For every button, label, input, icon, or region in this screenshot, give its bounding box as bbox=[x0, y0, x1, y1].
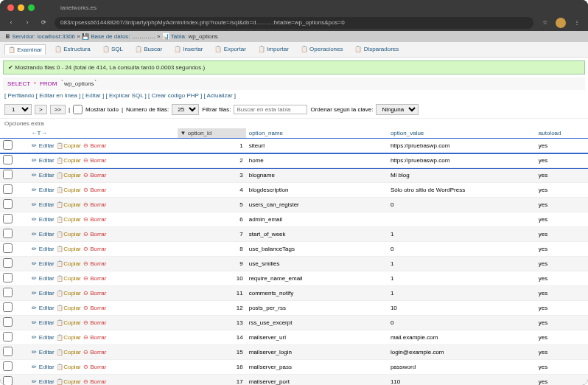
delete-link[interactable]: ⊖ Borrar bbox=[83, 201, 106, 208]
cell-id[interactable]: 11 bbox=[178, 286, 246, 301]
cell-id[interactable]: 13 bbox=[178, 316, 246, 330]
cell-autoload[interactable]: yes bbox=[536, 168, 588, 183]
delete-link[interactable]: ⊖ Borrar bbox=[83, 290, 106, 296]
tab-buscar[interactable]: 📋 Buscar bbox=[132, 44, 165, 55]
row-check[interactable] bbox=[3, 288, 13, 297]
copy-link[interactable]: 📋 Copiar bbox=[56, 364, 81, 370]
cell-id[interactable]: 12 bbox=[178, 301, 246, 316]
cell-value[interactable]: Sólo otro sitio de WordPress bbox=[388, 183, 536, 198]
edit-link[interactable]: ✏ Editar bbox=[32, 378, 55, 385]
cell-id[interactable]: 2 bbox=[178, 153, 246, 168]
cell-id[interactable]: 8 bbox=[178, 242, 246, 257]
forward-icon[interactable]: › bbox=[22, 18, 32, 28]
url-bar[interactable]: 083/cpsess6614488267/3rdparty/phpMyAdmin… bbox=[55, 17, 533, 29]
cell-autoload[interactable]: yes bbox=[536, 375, 588, 386]
edit-link[interactable]: ✏ Editar bbox=[32, 319, 55, 326]
delete-link[interactable]: ⊖ Borrar bbox=[83, 378, 106, 385]
row-check[interactable] bbox=[3, 184, 13, 194]
cell-autoload[interactable]: yes bbox=[536, 212, 588, 227]
edit-link[interactable]: ✏ Editar bbox=[32, 246, 55, 252]
cell-value[interactable]: 0 bbox=[388, 316, 536, 330]
copy-link[interactable]: 📋 Copiar bbox=[56, 231, 81, 237]
delete-link[interactable]: ⊖ Borrar bbox=[83, 260, 106, 267]
copy-link[interactable]: 📋 Copiar bbox=[56, 201, 81, 208]
last-page[interactable]: >> bbox=[50, 105, 66, 114]
cell-value[interactable]: 10 bbox=[388, 301, 536, 316]
row-check[interactable] bbox=[3, 347, 13, 356]
delete-link[interactable]: ⊖ Borrar bbox=[83, 305, 106, 311]
cell-autoload[interactable]: yes bbox=[536, 316, 588, 330]
delete-link[interactable]: ⊖ Borrar bbox=[83, 172, 106, 178]
cell-id[interactable]: 6 bbox=[178, 212, 246, 227]
next-page[interactable]: > bbox=[35, 105, 47, 114]
cell-autoload[interactable]: yes bbox=[536, 139, 588, 153]
cell-value[interactable]: password bbox=[388, 360, 536, 375]
cell-name[interactable]: use_balanceTags bbox=[246, 242, 388, 257]
edit-link[interactable]: ✏ Editar bbox=[32, 216, 55, 223]
edit-link[interactable]: ✏ Editar bbox=[32, 364, 55, 370]
cell-autoload[interactable]: yes bbox=[536, 330, 588, 345]
cell-name[interactable]: admin_email bbox=[246, 212, 388, 227]
cell-name[interactable]: mailserver_port bbox=[246, 375, 388, 386]
edit-link[interactable]: ✏ Editar bbox=[32, 231, 55, 237]
row-check[interactable] bbox=[3, 332, 13, 341]
edit-link[interactable]: ✏ Editar bbox=[32, 349, 55, 355]
delete-link[interactable]: ⊖ Borrar bbox=[83, 142, 106, 149]
cell-id[interactable]: 16 bbox=[178, 360, 246, 375]
copy-link[interactable]: 📋 Copiar bbox=[56, 172, 81, 178]
copy-link[interactable]: 📋 Copiar bbox=[56, 349, 81, 355]
edit-link[interactable]: ✏ Editar bbox=[32, 172, 55, 178]
edit-link[interactable]: ✏ Editar bbox=[32, 260, 55, 267]
col-option-id[interactable]: ▼ option_id bbox=[178, 128, 246, 139]
cell-id[interactable]: 14 bbox=[178, 330, 246, 345]
cell-autoload[interactable]: yes bbox=[536, 301, 588, 316]
cell-name[interactable]: rss_use_excerpt bbox=[246, 316, 388, 330]
delete-link[interactable]: ⊖ Borrar bbox=[83, 319, 106, 326]
copy-link[interactable]: 📋 Copiar bbox=[56, 246, 81, 252]
row-check[interactable] bbox=[3, 243, 13, 253]
cell-value[interactable]: login@example.com bbox=[388, 345, 536, 360]
tab-importar[interactable]: 📋 Importar bbox=[255, 44, 292, 55]
close-icon[interactable] bbox=[7, 4, 14, 11]
cell-name[interactable]: users_can_register bbox=[246, 198, 388, 212]
menu-icon[interactable]: ⋮ bbox=[572, 18, 582, 28]
cell-value[interactable]: 1 bbox=[388, 286, 536, 301]
minimize-icon[interactable] bbox=[18, 4, 24, 11]
cell-id[interactable]: 10 bbox=[178, 271, 246, 286]
cell-id[interactable]: 9 bbox=[178, 257, 246, 271]
cell-name[interactable]: blogname bbox=[246, 168, 388, 183]
copy-link[interactable]: 📋 Copiar bbox=[56, 216, 81, 223]
copy-link[interactable]: 📋 Copiar bbox=[56, 157, 81, 164]
cell-name[interactable]: require_name_email bbox=[246, 271, 388, 286]
copy-link[interactable]: 📋 Copiar bbox=[56, 305, 81, 311]
delete-link[interactable]: ⊖ Borrar bbox=[83, 216, 106, 223]
cell-value[interactable] bbox=[388, 212, 536, 227]
tab-operaciones[interactable]: 📋 Operaciones bbox=[298, 44, 346, 55]
row-check[interactable] bbox=[3, 170, 13, 179]
cell-value[interactable]: 1 bbox=[388, 257, 536, 271]
delete-link[interactable]: ⊖ Borrar bbox=[83, 231, 106, 237]
cell-autoload[interactable]: yes bbox=[536, 360, 588, 375]
copy-link[interactable]: 📋 Copiar bbox=[56, 142, 81, 149]
crumb-server[interactable]: Servidor: localhost:3306 bbox=[12, 33, 75, 40]
copy-link[interactable]: 📋 Copiar bbox=[56, 260, 81, 267]
cell-name[interactable]: blogdescription bbox=[246, 183, 388, 198]
cell-autoload[interactable]: yes bbox=[536, 286, 588, 301]
cell-value[interactable]: 1 bbox=[388, 227, 536, 242]
cell-autoload[interactable]: yes bbox=[536, 153, 588, 168]
copy-link[interactable]: 📋 Copiar bbox=[56, 290, 81, 296]
row-check[interactable] bbox=[3, 199, 13, 209]
edit-link[interactable]: ✏ Editar bbox=[32, 334, 55, 341]
delete-link[interactable]: ⊖ Borrar bbox=[83, 157, 106, 164]
cell-id[interactable]: 3 bbox=[178, 168, 246, 183]
cell-id[interactable]: 4 bbox=[178, 183, 246, 198]
edit-link[interactable]: ✏ Editar bbox=[32, 275, 55, 282]
edit-link[interactable]: ✏ Editar bbox=[32, 290, 55, 296]
copy-link[interactable]: 📋 Copiar bbox=[56, 187, 81, 193]
tab-examinar[interactable]: 📋 Examinar bbox=[4, 44, 46, 55]
edit-link[interactable]: ✏ Editar bbox=[32, 157, 55, 164]
cell-id[interactable]: 7 bbox=[178, 227, 246, 242]
crumb-table-label[interactable]: Tabla: bbox=[171, 33, 186, 40]
cell-name[interactable]: home bbox=[246, 153, 388, 168]
cell-value[interactable]: 110 bbox=[388, 375, 536, 386]
